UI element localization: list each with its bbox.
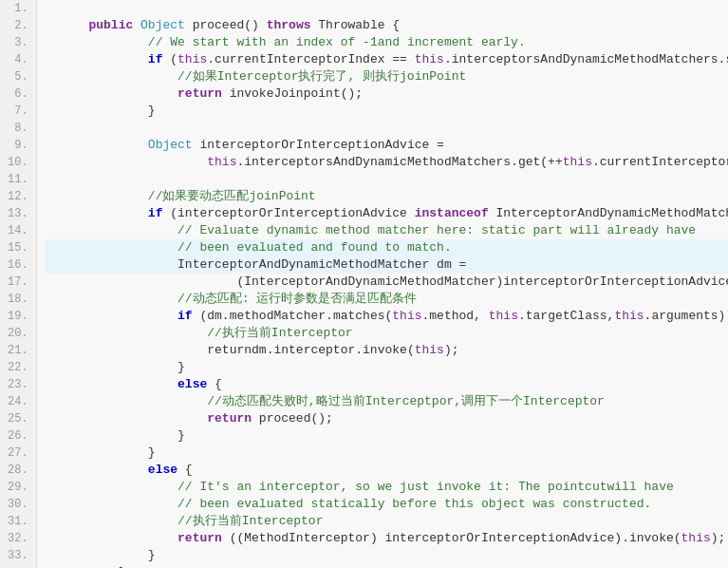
line-num-27: 27. bbox=[8, 445, 28, 462]
keyword-this-9: this bbox=[207, 155, 236, 169]
line-num-2: 2. bbox=[8, 17, 28, 34]
comment-30: //执行当前Interceptor bbox=[177, 514, 323, 528]
line-num-23: 23. bbox=[8, 376, 28, 393]
line-num-7: 7. bbox=[8, 103, 28, 120]
comment-28: // It's an interceptor, so we just invok… bbox=[177, 480, 674, 494]
keyword-return-24: return bbox=[207, 411, 252, 426]
keyword-this-18b: this bbox=[489, 309, 518, 323]
line-num-10: 10. bbox=[8, 154, 28, 171]
code-line-11: //如果要动态匹配joinPoint bbox=[45, 171, 728, 188]
keyword-this-3a: this bbox=[177, 52, 207, 66]
line-num-21: 21. bbox=[8, 342, 28, 359]
line-num-12: 12. bbox=[8, 188, 28, 205]
line-num-3: 3. bbox=[8, 34, 28, 51]
keyword-else-27: else bbox=[148, 463, 177, 477]
line-num-20: 20. bbox=[8, 325, 28, 342]
comment-2: // We start with an index of -1and incre… bbox=[148, 35, 526, 49]
line-num-17: 17. bbox=[8, 274, 28, 291]
line-num-14: 14. bbox=[8, 222, 28, 239]
comment-19: //执行当前Interceptor bbox=[207, 326, 352, 340]
code-content: public Object proceed() throws Throwable… bbox=[37, 0, 728, 568]
line-num-25: 25. bbox=[8, 410, 28, 427]
code-line-1: public Object proceed() throws Throwable… bbox=[45, 0, 728, 17]
keyword-else-22: else bbox=[177, 377, 207, 391]
keyword-return-31: return bbox=[177, 531, 222, 545]
line-num-9: 9. bbox=[8, 137, 28, 154]
line-num-19: 19. bbox=[8, 308, 28, 325]
line-num-26: 26. bbox=[8, 427, 28, 445]
keyword-return-5: return bbox=[177, 86, 222, 101]
type-object: Object bbox=[140, 18, 185, 32]
line-num-13: 13. bbox=[8, 205, 28, 222]
line-num-18: 18. bbox=[8, 291, 28, 308]
comment-13: // Evaluate dynamic method matcher here:… bbox=[177, 223, 696, 237]
keyword-instanceof: instanceof bbox=[415, 206, 489, 220]
comment-14: // been evaluated and found to match. bbox=[177, 240, 452, 255]
code-line-8: Object interceptorOrInterceptionAdvice = bbox=[45, 120, 728, 137]
keyword-this-18c: this bbox=[614, 309, 644, 323]
line-num-4: 4. bbox=[8, 51, 28, 68]
line-num-29: 29. bbox=[8, 479, 28, 496]
line-num-5: 5. bbox=[8, 68, 28, 85]
line-num-22: 22. bbox=[8, 359, 28, 376]
line-num-33: 33. bbox=[8, 547, 28, 564]
type-object-8: Object bbox=[148, 138, 193, 152]
comment-23: //动态匹配失败时,略过当前Interceptpor,调用下一个Intercep… bbox=[207, 394, 605, 408]
keyword-public: public bbox=[88, 18, 133, 32]
keyword-this-18a: this bbox=[392, 309, 421, 323]
line-num-28: 28. bbox=[8, 462, 28, 479]
line-num-32: 32. bbox=[8, 530, 28, 547]
code-container: 1. 2. 3. 4. 5. 6. 7. 8. 9. 10. 11. 12. 1… bbox=[0, 0, 728, 568]
comment-4: //如果Interceptor执行完了, 则执行joinPoint bbox=[177, 69, 466, 84]
line-num-8: 8. bbox=[8, 120, 28, 137]
comment-29: // been evaluated statically before this… bbox=[177, 497, 651, 511]
keyword-this-31: this bbox=[681, 531, 711, 545]
line-numbers: 1. 2. 3. 4. 5. 6. 7. 8. 9. 10. 11. 12. 1… bbox=[0, 0, 37, 568]
line-num-30: 30. bbox=[8, 496, 28, 513]
line-num-6: 6. bbox=[8, 85, 28, 103]
keyword-this-20: this bbox=[415, 343, 444, 357]
keyword-this-9b: this bbox=[563, 155, 592, 169]
comment-17: //动态匹配: 运行时参数是否满足匹配条件 bbox=[177, 292, 417, 306]
line-num-1: 1. bbox=[8, 0, 28, 17]
line-num-15: 15. bbox=[8, 239, 28, 256]
line-num-31: 31. bbox=[8, 513, 28, 530]
keyword-throws: throws bbox=[267, 18, 311, 32]
line-num-16: 16. bbox=[8, 256, 28, 274]
line-num-11: 11. bbox=[8, 171, 28, 188]
comment-11: //如果要动态匹配joinPoint bbox=[148, 189, 316, 203]
keyword-this-3b: this bbox=[415, 52, 444, 66]
keyword-if-3: if bbox=[148, 52, 163, 66]
keyword-if-18: if bbox=[177, 309, 193, 323]
keyword-if-12: if bbox=[148, 206, 163, 220]
line-num-24: 24. bbox=[8, 393, 28, 410]
